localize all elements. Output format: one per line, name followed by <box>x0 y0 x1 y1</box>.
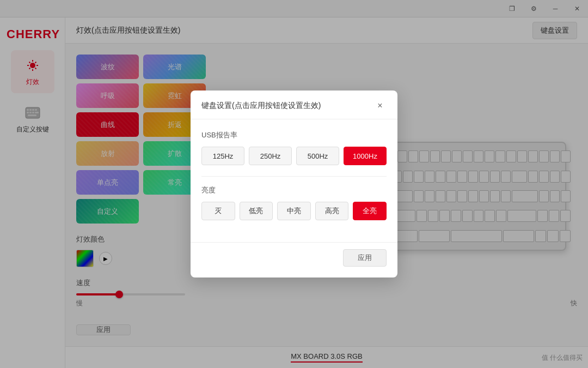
brightness-section-label: 亮度 <box>201 185 387 195</box>
brightness-options: 灭 低亮 中亮 高亮 全亮 <box>201 202 387 220</box>
modal-close-button[interactable]: × <box>373 99 387 112</box>
freq-500hz[interactable]: 500Hz <box>296 147 339 165</box>
modal-footer: 应用 <box>191 242 397 277</box>
freq-125hz[interactable]: 125Hz <box>201 147 244 165</box>
modal-body: USB报告率 125Hz 250Hz 500Hz 1000Hz 亮度 灭 低亮 … <box>191 119 397 242</box>
freq-1000hz[interactable]: 1000Hz <box>344 147 387 165</box>
modal-divider <box>201 176 387 177</box>
modal-overlay[interactable]: 键盘设置(点击应用按钮使设置生效) × USB报告率 125Hz 250Hz 5… <box>0 0 588 368</box>
freq-250hz[interactable]: 250Hz <box>249 147 292 165</box>
modal-title: 键盘设置(点击应用按钮使设置生效) <box>201 101 321 111</box>
keyboard-settings-modal: 键盘设置(点击应用按钮使设置生效) × USB报告率 125Hz 250Hz 5… <box>191 91 397 277</box>
modal-apply-button[interactable]: 应用 <box>343 249 387 267</box>
frequency-options: 125Hz 250Hz 500Hz 1000Hz <box>201 147 387 165</box>
modal-header: 键盘设置(点击应用按钮使设置生效) × <box>191 91 397 119</box>
bright-high[interactable]: 高亮 <box>315 202 349 220</box>
bright-off[interactable]: 灭 <box>201 202 235 220</box>
bright-full[interactable]: 全亮 <box>353 202 387 220</box>
bright-mid[interactable]: 中亮 <box>277 202 311 220</box>
usb-section-label: USB报告率 <box>201 130 387 140</box>
bright-low[interactable]: 低亮 <box>240 202 273 220</box>
